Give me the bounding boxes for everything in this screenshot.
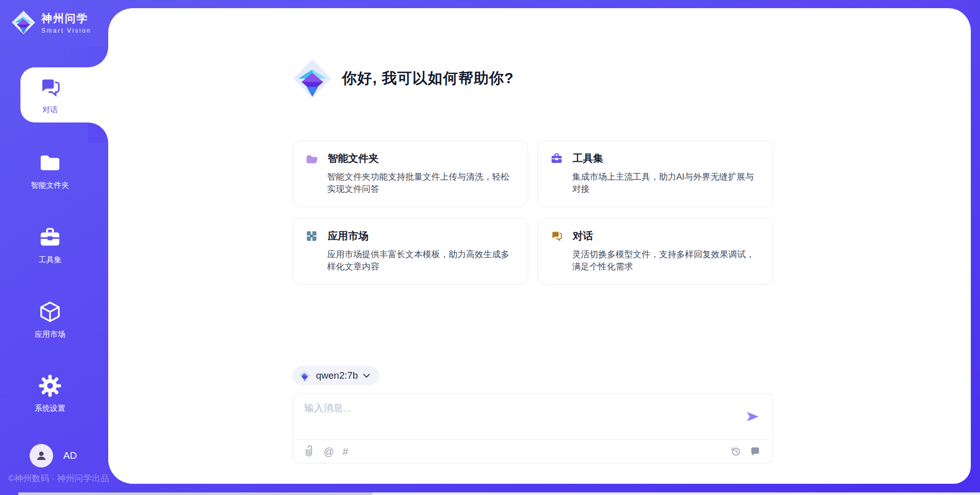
history-icon — [730, 446, 741, 457]
horizontal-scrollbar[interactable] — [18, 492, 980, 495]
toolbox-icon — [550, 152, 563, 165]
greeting-row: 你好, 我可以如何帮助你? — [292, 59, 514, 98]
model-selector[interactable]: qwen2:7b — [292, 366, 379, 385]
brand-name: 神州问学 — [41, 11, 91, 26]
send-icon — [746, 410, 760, 423]
message-icon — [750, 446, 761, 457]
message-input[interactable] — [304, 402, 723, 435]
user-account[interactable]: AD — [30, 444, 77, 467]
cube-icon — [38, 300, 62, 324]
folder-open-icon — [305, 152, 318, 165]
logo-diamond-icon — [292, 59, 332, 98]
paperclip-icon — [305, 445, 315, 457]
card-description: 灵活切换多模型文件，支持多样回复效果调试，满足个性化需求 — [572, 249, 761, 274]
sidebar-item-label: 应用市场 — [0, 330, 100, 339]
sidebar-item-toolset[interactable]: 工具集 — [0, 226, 100, 265]
sidebar-item-smart-folder[interactable]: 智能文件夹 — [0, 151, 100, 190]
card-smart-folder[interactable]: 智能文件夹 智能文件夹功能支持批量文件上传与清洗，轻松实现文件问答 — [292, 140, 528, 207]
hash-icon[interactable]: # — [342, 447, 348, 457]
user-name: AD — [63, 450, 77, 461]
toolbox-icon — [38, 226, 62, 249]
tab-curve-top — [88, 47, 108, 67]
feature-cards: 智能文件夹 智能文件夹功能支持批量文件上传与清洗，轻松实现文件问答 工具集 集 — [292, 140, 773, 285]
attach-button[interactable] — [305, 445, 315, 457]
feedback-button[interactable] — [750, 446, 761, 457]
gear-icon — [38, 374, 62, 398]
avatar — [30, 444, 53, 467]
grid-icon — [305, 230, 318, 242]
card-description: 集成市场上主流工具，助力AI与外界无缝扩展与对接 — [572, 171, 761, 196]
composer-toolbar: @ # — [293, 440, 773, 463]
chat-icon — [550, 230, 563, 242]
brand-logo: 神州问学 Smart Vision — [11, 10, 91, 35]
folder-icon — [38, 151, 62, 175]
sidebar-item-settings[interactable]: 系统设置 — [0, 374, 100, 413]
card-title: 对话 — [573, 229, 593, 243]
copyright-footer: ©神州数码 · 神州问学出品 — [8, 473, 109, 484]
send-button[interactable] — [746, 410, 760, 423]
scrollbar-thumb[interactable] — [18, 492, 373, 495]
card-title: 智能文件夹 — [328, 152, 379, 165]
card-description: 智能文件夹功能支持批量文件上传与清洗，轻松实现文件问答 — [327, 171, 516, 196]
app-window: 神州问学 Smart Vision 对话 智能文件夹 — [0, 0, 980, 495]
sidebar-item-label: 系统设置 — [0, 404, 100, 413]
chat-icon — [38, 76, 62, 99]
sidebar-item-label: 对话 — [0, 105, 100, 115]
card-title: 应用市场 — [328, 229, 369, 243]
person-icon — [35, 449, 48, 462]
card-app-market[interactable]: 应用市场 应用市场提供丰富长文本模板，助力高效生成多样化文章内容 — [292, 218, 528, 285]
card-chat[interactable]: 对话 灵活切换多模型文件，支持多样回复效果调试，满足个性化需求 — [537, 218, 773, 285]
greeting-text: 你好, 我可以如何帮助你? — [342, 68, 514, 89]
sidebar-item-label: 工具集 — [0, 255, 100, 265]
history-button[interactable] — [730, 446, 741, 457]
main-content-panel: 你好, 我可以如何帮助你? 智能文件夹 智能文件夹功能支持批量文件上传与清洗，轻… — [108, 8, 971, 484]
card-toolset[interactable]: 工具集 集成市场上主流工具，助力AI与外界无缝扩展与对接 — [537, 140, 773, 207]
message-composer: @ # — [292, 393, 773, 463]
card-title: 工具集 — [573, 152, 603, 165]
model-name: qwen2:7b — [316, 370, 358, 381]
sidebar-item-app-market[interactable]: 应用市场 — [0, 300, 100, 339]
logo-diamond-icon — [299, 369, 311, 382]
at-icon[interactable]: @ — [324, 447, 334, 457]
logo-diamond-icon — [11, 10, 36, 35]
brand-subtitle: Smart Vision — [41, 27, 91, 34]
card-description: 应用市场提供丰富长文本模板，助力高效生成多样化文章内容 — [327, 249, 516, 274]
sidebar-item-chat[interactable]: 对话 — [0, 76, 100, 115]
chevron-down-icon — [363, 374, 370, 378]
tab-curve-bottom — [88, 122, 108, 143]
sidebar-item-label: 智能文件夹 — [0, 181, 100, 190]
